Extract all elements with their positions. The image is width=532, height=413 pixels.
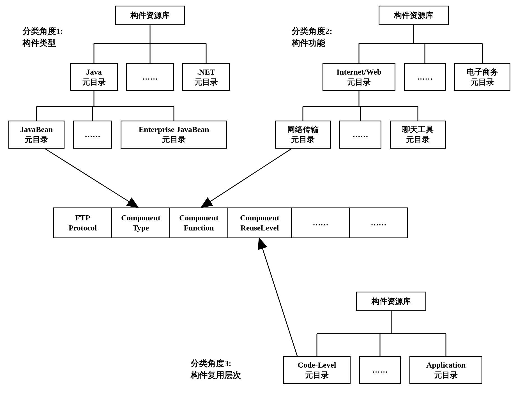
left-l2-dots-box: …… xyxy=(73,121,112,149)
perspective-1-label: 分类角度1: 构件类型 xyxy=(22,25,63,49)
row-dots2-cell: …… xyxy=(349,207,408,238)
root-left-box: 构件资源库 xyxy=(115,6,185,25)
codelevel-box: Code-Level 元目录 xyxy=(283,356,351,384)
svg-line-27 xyxy=(259,239,297,356)
ecommerce-box: 电子商务 元目录 xyxy=(454,63,510,91)
network-box: 网络传输 元目录 xyxy=(275,121,331,149)
svg-line-21 xyxy=(202,149,292,207)
left-l1-dots-box: …… xyxy=(126,63,174,91)
right-l1-dots-box: …… xyxy=(404,63,446,91)
application-box: Application 元目录 xyxy=(409,356,482,384)
root-bottom-box: 构件资源库 xyxy=(356,292,426,311)
root-right-box: 构件资源库 xyxy=(379,6,449,25)
javabean-box: JavaBean 元目录 xyxy=(8,121,65,149)
component-reuselevel-cell: Component ReuseLevel xyxy=(227,207,292,238)
svg-line-20 xyxy=(45,149,137,207)
component-function-cell: Component Function xyxy=(169,207,228,238)
perspective-3-label: 分类角度3: 构件复用层次 xyxy=(191,357,241,381)
bottom-dots-box: …… xyxy=(359,356,401,384)
ftp-cell: FTP Protocol xyxy=(53,207,112,238)
row-dots1-cell: …… xyxy=(291,207,350,238)
perspective-2-label: 分类角度2: 构件功能 xyxy=(292,25,332,49)
chat-box: 聊天工具 元目录 xyxy=(390,121,446,149)
right-l2-dots-box: …… xyxy=(339,121,381,149)
connector-lines xyxy=(0,0,532,413)
internet-box: Internet/Web 元目录 xyxy=(323,63,395,91)
java-box: Java 元目录 xyxy=(70,63,118,91)
net-box: .NET 元目录 xyxy=(182,63,230,91)
component-type-cell: Component Type xyxy=(111,207,170,238)
ejb-box: Enterprise JavaBean 元目录 xyxy=(121,121,227,149)
